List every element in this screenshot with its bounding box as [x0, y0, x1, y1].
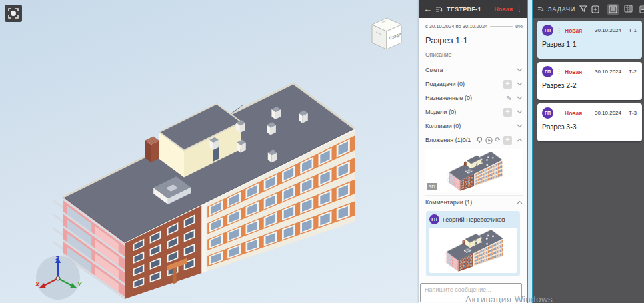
- task-card-title: Разрез 2-2: [542, 81, 637, 89]
- 3d-badge: 3D: [427, 183, 437, 190]
- axis-x-label: X: [35, 281, 40, 288]
- status-badge: Новая: [494, 6, 513, 13]
- section-models[interactable]: Модели (0) +: [425, 105, 523, 119]
- sync-icon[interactable]: ⟳: [495, 137, 501, 143]
- avatar: ГП: [542, 107, 553, 119]
- edit-icon[interactable]: ✎: [507, 95, 512, 102]
- task-card-1[interactable]: ГП ⋮ Новая 30.10.2024 Т-1 Разрез 1-1: [537, 21, 642, 59]
- sort-icon[interactable]: [537, 6, 544, 13]
- task-list: ГП ⋮ Новая 30.10.2024 Т-1 Разрез 1-1 ГП …: [533, 18, 644, 141]
- task-detail-panel: ← TESTPDF-1 Новая ⋮ с 30.10.2024 по 30.1…: [419, 0, 527, 303]
- task-card-title: Разрез 1-1: [542, 40, 637, 48]
- section-assignees[interactable]: Назначенные (0) ✎: [425, 91, 523, 105]
- progress-value: 0%: [515, 23, 523, 29]
- avatar: ГП: [429, 214, 439, 224]
- comment-image[interactable]: [429, 228, 517, 273]
- task-date: 30.10.2024: [595, 69, 621, 75]
- focus-icon: [7, 7, 19, 19]
- section-collisions[interactable]: Коллизии (0): [425, 119, 523, 133]
- comment-author: Георгий Перевозчиков: [443, 216, 505, 223]
- card-menu-icon[interactable]: ⋮: [556, 69, 562, 75]
- play-icon[interactable]: [485, 137, 493, 144]
- calendar-view-button[interactable]: [638, 4, 644, 15]
- more-menu-button[interactable]: ⋮: [516, 6, 523, 13]
- chevron-up-icon[interactable]: [517, 138, 523, 142]
- card-menu-icon[interactable]: ⋮: [556, 27, 562, 33]
- section-comments[interactable]: Комментарии (1): [425, 195, 523, 209]
- task-detail-title: TESTPDF-1: [447, 6, 481, 13]
- add-attachment-button[interactable]: +: [503, 136, 512, 145]
- section-estimate[interactable]: Смета: [425, 63, 523, 77]
- chevron-down-icon[interactable]: [517, 96, 523, 100]
- pin-location-icon[interactable]: [477, 137, 483, 144]
- add-task-button[interactable]: [591, 5, 599, 13]
- app-window: Сзади Z X Y ← TESTPDF-1 Новая ⋮: [0, 0, 644, 303]
- tasks-header: ЗАДАЧИ: [533, 0, 644, 18]
- task-id: Т-3: [629, 110, 637, 116]
- comment-item[interactable]: ГП Георгий Перевозчиков: [426, 211, 520, 276]
- task-card-2[interactable]: ГП ⋮ Новая 30.10.2024 Т-2 Разрез 2-2: [537, 62, 642, 100]
- tasks-panel: ЗАДАЧИ ГП ⋮ Новая 30.10.2024: [533, 0, 644, 303]
- board-view-button[interactable]: [623, 3, 634, 15]
- task-date: 30.10.2024: [595, 110, 621, 116]
- task-detail-header: ← TESTPDF-1 Новая ⋮: [419, 0, 527, 18]
- filter-icon[interactable]: [579, 5, 587, 13]
- sort-icon[interactable]: [435, 6, 443, 13]
- list-view-button[interactable]: [607, 4, 619, 15]
- panel-divider-scrollbar[interactable]: [527, 0, 533, 303]
- windows-activation-watermark: Активация Windows: [465, 294, 553, 303]
- task-card-title: Разрез 3-3: [542, 123, 637, 131]
- task-id: Т-1: [629, 27, 637, 33]
- status-badge: Новая: [565, 27, 582, 34]
- task-detail-body: с 30.10.2024 по 30.10.2024 0% Разрез 1-1…: [419, 18, 527, 303]
- status-badge: Новая: [565, 69, 582, 75]
- tasks-title: ЗАДАЧИ: [548, 5, 575, 13]
- attachment-thumbnail[interactable]: 3D: [425, 149, 523, 192]
- back-button[interactable]: ←: [423, 5, 432, 13]
- add-model-button[interactable]: +: [503, 108, 512, 117]
- section-attachments[interactable]: Вложения (1)0/1 ⟳ +: [425, 133, 523, 147]
- task-title: Разрез 1-1: [425, 35, 523, 45]
- date-progress-row: с 30.10.2024 по 30.10.2024 0%: [425, 23, 523, 29]
- axis-gizmo[interactable]: Z X Y: [33, 254, 83, 303]
- date-range: с 30.10.2024 по 30.10.2024: [425, 23, 487, 29]
- axis-z-label: Z: [55, 255, 59, 262]
- status-badge: Новая: [565, 110, 582, 117]
- chevron-down-icon[interactable]: [517, 124, 523, 128]
- chevron-down-icon[interactable]: [517, 82, 523, 86]
- task-date: 30.10.2024: [595, 27, 621, 33]
- fit-view-button[interactable]: [5, 5, 22, 22]
- section-subtasks[interactable]: Подзадачи (0) +: [425, 77, 523, 91]
- avatar: ГП: [542, 25, 553, 36]
- chevron-down-icon[interactable]: [517, 68, 523, 72]
- avatar: ГП: [542, 66, 553, 77]
- 3d-viewport[interactable]: Сзади Z X Y: [0, 0, 420, 303]
- chevron-up-icon[interactable]: [517, 200, 523, 204]
- add-subtask-button[interactable]: +: [503, 80, 512, 89]
- description-label: Описание: [425, 51, 523, 58]
- progress-bar: [490, 26, 513, 27]
- task-id: Т-2: [629, 69, 637, 75]
- view-cube[interactable]: Сзади: [367, 16, 406, 53]
- task-card-3[interactable]: ГП ⋮ Новая 30.10.2024 Т-3 Разрез 3-3: [537, 103, 642, 141]
- axis-y-label: Y: [77, 281, 82, 288]
- card-menu-icon[interactable]: ⋮: [556, 110, 562, 116]
- chevron-down-icon[interactable]: [517, 110, 523, 114]
